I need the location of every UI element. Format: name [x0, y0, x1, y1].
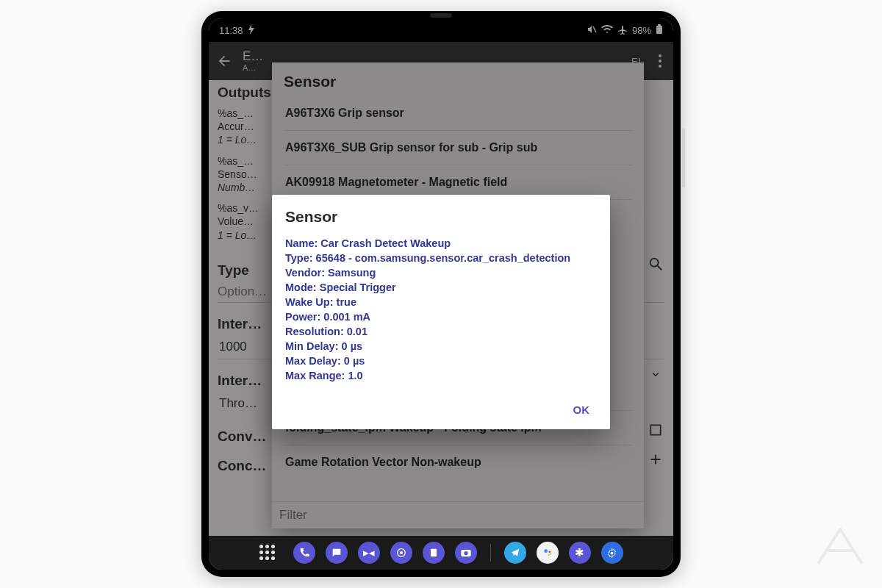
sensor-detail-line: Power: 0.001 mA [285, 309, 597, 324]
screen: 11:38 98% [209, 18, 673, 570]
svg-point-12 [548, 551, 551, 553]
sensor-detail-line: Resolution: 0.01 [285, 324, 597, 339]
sensor-detail-line: Min Delay: 0 µs [285, 339, 597, 354]
svg-rect-8 [430, 549, 436, 557]
dock-app-browser-icon[interactable] [390, 542, 412, 564]
watermark-logo-icon [814, 523, 866, 567]
svg-point-15 [611, 551, 614, 554]
dock-app-settings-icon[interactable] [601, 542, 623, 564]
sensor-detail-line: Name: Car Crash Detect Wakeup [285, 236, 597, 251]
svg-point-11 [544, 549, 548, 553]
dock-app-messages-icon[interactable] [326, 542, 348, 564]
dialog-ok-button[interactable]: OK [566, 398, 598, 422]
sensor-detail-line: Max Delay: 0 µs [285, 354, 597, 368]
sensor-detail-line: Wake Up: true [285, 295, 597, 309]
dock-app-notes-icon[interactable] [423, 542, 445, 564]
sensor-detail-line: Mode: Special Trigger [285, 280, 597, 295]
dock-app-phone-icon[interactable] [293, 542, 315, 564]
dock-app-assistant-icon[interactable] [537, 542, 559, 564]
sensor-detail-line: Vendor: Samsung [285, 265, 597, 280]
svg-point-14 [550, 553, 551, 555]
dock-app-camera-icon[interactable] [455, 542, 477, 564]
apps-drawer-icon[interactable] [259, 545, 276, 561]
dock-app-generic-icon[interactable]: ▸◂ [358, 542, 380, 564]
dock-separator [490, 544, 491, 562]
sensor-detail-line: Max Range: 1.0 [285, 368, 597, 383]
device-frame: 11:38 98% [201, 11, 681, 577]
svg-point-10 [464, 551, 467, 555]
dock-app-telegram-icon[interactable] [504, 542, 526, 564]
svg-point-7 [400, 551, 403, 554]
svg-point-13 [548, 554, 549, 556]
dock-app-asterisk-icon[interactable]: ✱ [569, 542, 591, 564]
device-hinge [430, 13, 452, 18]
taskbar: ▸◂ ✱ [209, 536, 673, 570]
dialog-title: Sensor [285, 208, 597, 226]
sensor-detail-line: Type: 65648 - com.samsung.sensor.car_cra… [285, 251, 597, 265]
sensor-details-dialog: Sensor Name: Car Crash Detect Wakeup Typ… [272, 195, 610, 429]
